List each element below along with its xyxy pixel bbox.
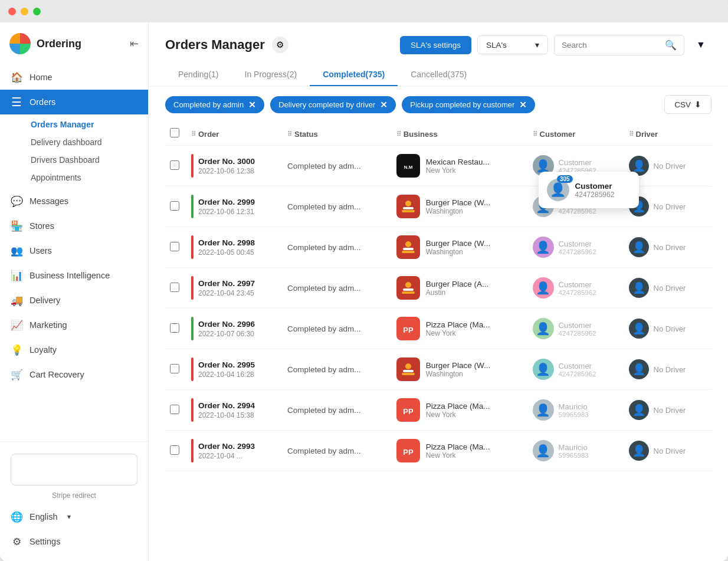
row-checkbox[interactable]: [170, 445, 179, 455]
stripe-redirect-box: [11, 454, 137, 485]
business-cell: PP Pizza Place (Ma... New York: [392, 431, 528, 471]
svg-rect-14: [402, 373, 415, 375]
filter-button[interactable]: ▼: [690, 34, 711, 55]
sidebar-item-cart-recovery[interactable]: 🛒 Cart Recovery: [0, 362, 148, 387]
maximize-dot[interactable]: [33, 8, 41, 15]
row-checkbox[interactable]: [170, 323, 179, 333]
chip-close-pickup[interactable]: ✕: [519, 100, 527, 109]
tab-pending[interactable]: Pending(1): [165, 64, 232, 86]
driver-info: 👤 No Driver: [629, 237, 707, 257]
page-settings-button[interactable]: ⚙: [272, 37, 288, 53]
sidebar-item-settings[interactable]: ⚙ Settings: [0, 529, 148, 554]
business-cell: Burger Place (A... Austin: [392, 268, 528, 309]
customer-col-icon: ⠿: [533, 130, 537, 138]
order-date: 2022-10-06 12:31: [198, 208, 255, 216]
sidebar-item-messages[interactable]: 💬 Messages: [0, 189, 148, 214]
tab-cancelled[interactable]: Cancelled(375): [398, 64, 480, 86]
sidebar-item-appointments[interactable]: Appointments: [31, 169, 148, 186]
row-checkbox[interactable]: [170, 364, 179, 373]
csv-button[interactable]: CSV ⬇: [664, 95, 711, 114]
customer-cell[interactable]: 👤 Customer 4247285962 👤 305 Customer 424…: [528, 146, 624, 186]
sla-settings-button[interactable]: SLA's settings: [400, 36, 471, 54]
table-row: Order No. 2993 2022-10-04 ... Completed …: [165, 431, 711, 471]
business-city: Washington: [426, 207, 491, 215]
customer-cell[interactable]: 👤 Mauricio 59965983: [528, 390, 624, 431]
settings-icon: ⚙: [11, 536, 22, 547]
sidebar-item-stores[interactable]: 🏪 Stores: [0, 214, 148, 238]
chip-completed-by-admin[interactable]: Completed by admin ✕: [165, 96, 264, 113]
chip-close-admin[interactable]: ✕: [248, 100, 256, 109]
sidebar-item-orders[interactable]: ☰ Orders: [0, 90, 148, 114]
filter-icon: ▼: [696, 40, 706, 50]
loyalty-icon: 💡: [11, 344, 22, 356]
sidebar-item-home[interactable]: 🏠 Home: [0, 65, 148, 90]
driver-name: No Driver: [654, 365, 686, 374]
select-all-checkbox[interactable]: [170, 128, 179, 137]
sidebar-item-loyalty[interactable]: 💡 Loyalty: [0, 337, 148, 362]
customer-cell[interactable]: 👤 Customer 4247285962: [528, 309, 624, 349]
th-customer: ⠿ Customer: [528, 122, 624, 146]
row-checkbox-cell: [165, 268, 186, 309]
row-checkbox[interactable]: [170, 201, 179, 211]
customer-name: Customer: [559, 362, 596, 370]
sidebar-item-delivery-dashboard[interactable]: Delivery dashboard: [31, 133, 148, 151]
driver-name: No Driver: [654, 406, 686, 415]
page-title: Orders Manager: [165, 37, 265, 53]
search-box[interactable]: 🔍: [554, 35, 684, 55]
business-name: Pizza Place (Ma...: [426, 442, 490, 451]
minimize-dot[interactable]: [21, 8, 28, 15]
customer-info: 👤 Customer 4247285962: [533, 318, 619, 339]
messages-icon: 💬: [11, 195, 22, 207]
order-date: 2022-10-06 12:38: [198, 167, 255, 175]
sidebar-item-drivers-dashboard[interactable]: Drivers Dashboard: [31, 151, 148, 169]
driver-avatar: 👤: [629, 441, 649, 461]
row-checkbox[interactable]: [170, 242, 179, 251]
row-checkbox[interactable]: [170, 405, 179, 414]
tooltip-info: Customer 4247285962: [575, 182, 615, 199]
sidebar-item-label-loyalty: Loyalty: [29, 345, 57, 355]
order-info: Order No. 2998 2022-10-05 00:45: [198, 238, 255, 257]
business-city: Washington: [426, 370, 491, 378]
customer-cell[interactable]: 👤 Customer 4247285962: [528, 268, 624, 309]
svg-rect-3: [403, 207, 414, 209]
sidebar-footer: Stripe redirect 🌐 English ▾ ⚙ Settings: [0, 441, 148, 561]
sidebar-item-orders-manager[interactable]: Orders Manager: [31, 116, 148, 133]
sidebar-item-language[interactable]: 🌐 English ▾: [0, 504, 148, 529]
order-date: 2022-10-04 ...: [198, 452, 255, 460]
collapse-button[interactable]: ⇤: [130, 37, 139, 50]
order-number: Order No. 2996: [198, 320, 255, 329]
tab-in-progress[interactable]: In Progress(2): [232, 64, 310, 86]
order-status-indicator: [191, 317, 194, 340]
delivery-icon: 🚚: [11, 294, 22, 306]
order-number: Order No. 2998: [198, 238, 255, 247]
svg-rect-13: [403, 370, 414, 372]
customer-cell[interactable]: 👤 Mauricio 59965983: [528, 431, 624, 471]
sidebar-item-label-marketing: Marketing: [29, 320, 67, 330]
chip-close-delivery[interactable]: ✕: [380, 100, 388, 109]
driver-cell: 👤 No Driver: [624, 349, 711, 390]
tab-completed[interactable]: Completed(735): [310, 64, 398, 86]
toolbar: SLA's settings SLA's ▾ 🔍 ▼: [400, 34, 711, 55]
customer-cell[interactable]: 👤 Customer 4247285962: [528, 227, 624, 268]
status-text: Completed by adm...: [287, 162, 361, 170]
row-checkbox[interactable]: [170, 160, 179, 170]
sidebar-item-marketing[interactable]: 📈 Marketing: [0, 313, 148, 337]
driver-name: No Driver: [654, 243, 686, 252]
order-info: Order No. 2994 2022-10-04 15:38: [198, 401, 255, 419]
customer-details: Mauricio 59965983: [559, 402, 589, 418]
close-dot[interactable]: [8, 8, 16, 15]
chip-delivery-completed[interactable]: Delivery completed by driver ✕: [270, 96, 396, 113]
chip-pickup-completed[interactable]: Pickup completed by customer ✕: [402, 96, 535, 113]
order-info: Order No. 2996 2022-10-07 06:30: [198, 320, 255, 338]
row-checkbox[interactable]: [170, 283, 179, 292]
sidebar-item-delivery[interactable]: 🚚 Delivery: [0, 288, 148, 313]
search-input[interactable]: [562, 41, 661, 50]
business-info: Burger Place (W... Washington: [396, 195, 523, 218]
sidebar-item-business-intelligence[interactable]: 📊 Business Intelligence: [0, 263, 148, 288]
sla-dropdown[interactable]: SLA's ▾: [477, 35, 548, 54]
sidebar-item-users[interactable]: 👥 Users: [0, 238, 148, 263]
business-col-icon: ⠿: [396, 130, 401, 138]
driver-name: No Driver: [654, 202, 686, 211]
customer-cell[interactable]: 👤 Customer 4247285962: [528, 349, 624, 390]
order-info: Order No. 3000 2022-10-06 12:38: [198, 157, 255, 175]
